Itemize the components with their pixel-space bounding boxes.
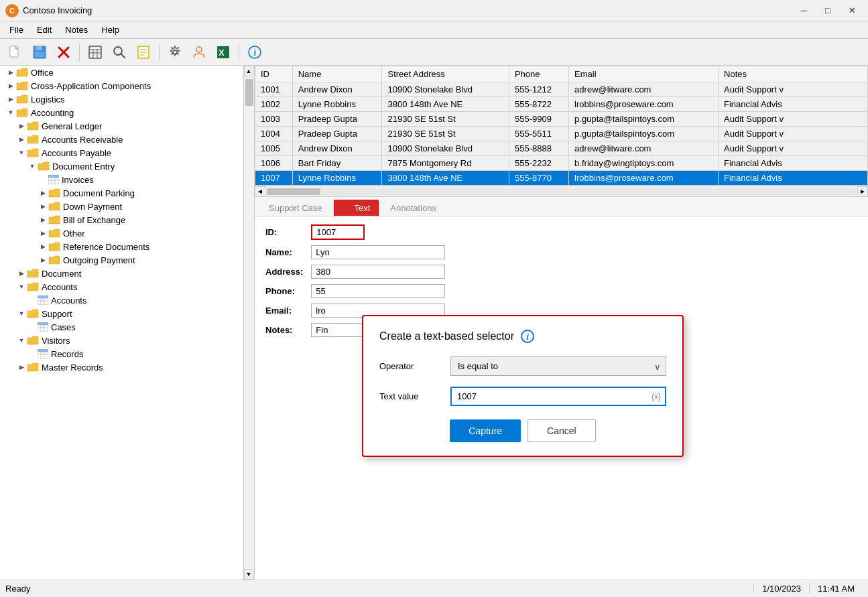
sidebar-label-accounting: Accounting	[31, 108, 74, 118]
h-scrollbar[interactable]: ◄ ►	[255, 186, 868, 197]
title-bar: C Contoso Invoicing ─ □ ✕	[0, 0, 868, 21]
new-button[interactable]	[4, 42, 27, 63]
tree-arrow-accounts-payable[interactable]	[16, 147, 27, 158]
sidebar-item-visitors[interactable]: Visitors	[0, 334, 243, 347]
operator-select[interactable]: Is equal to Is not equal to Contains Sta…	[450, 356, 666, 376]
scroll-up-btn[interactable]: ▲	[244, 66, 253, 76]
sidebar-item-support[interactable]: Support	[0, 307, 243, 320]
h-scroll-right-btn[interactable]: ►	[857, 186, 868, 197]
status-date: 1/10/2023	[753, 584, 809, 594]
tree-arrow-document[interactable]	[16, 268, 27, 279]
notes-button[interactable]	[132, 42, 155, 63]
col-header-phone[interactable]: Phone	[509, 66, 568, 82]
sidebar-item-cross-app[interactable]: Cross-Application Components	[0, 79, 243, 92]
sidebar-item-other[interactable]: Other	[0, 226, 243, 240]
form-input-phone[interactable]	[311, 284, 445, 298]
menu-edit[interactable]: Edit	[30, 23, 58, 37]
tree-arrow-accounts[interactable]	[16, 281, 27, 292]
sidebar-item-reference-documents[interactable]: Reference Documents	[0, 240, 243, 253]
tree-arrow-accounts-receivable[interactable]	[16, 134, 27, 145]
form-label-address: Address:	[265, 267, 303, 277]
table-row[interactable]: 1001Andrew Dixon10900 Stonelake Blvd555-…	[255, 82, 868, 97]
sidebar-item-document-parking[interactable]: Document Parking	[0, 186, 243, 200]
close-button[interactable]: ✕	[841, 4, 863, 17]
menu-notes[interactable]: Notes	[58, 23, 95, 37]
table-button[interactable]	[84, 42, 107, 63]
sidebar-item-office[interactable]: Office	[0, 66, 243, 79]
sidebar-label-logistics: Logistics	[31, 94, 65, 105]
sidebar-item-document-entry[interactable]: Document Entry	[0, 159, 243, 173]
sidebar-item-cases[interactable]: Cases	[0, 320, 243, 334]
settings-button[interactable]	[164, 42, 186, 63]
table-row[interactable]: 1006Bart Friday7875 Montgomery Rd555-223…	[255, 156, 868, 171]
cancel-button[interactable]: Cancel	[528, 419, 596, 442]
menu-help[interactable]: Help	[95, 23, 126, 37]
sidebar-item-records[interactable]: Records	[0, 347, 243, 360]
tree-arrow-down-payment[interactable]	[38, 201, 48, 212]
excel-button[interactable]: X	[212, 42, 235, 63]
form-input-address[interactable]	[311, 265, 445, 279]
table-row[interactable]: 1007Lynne Robbins3800 148th Ave NE555-87…	[255, 171, 868, 186]
col-header-email[interactable]: Email	[569, 66, 719, 82]
menu-file[interactable]: File	[3, 23, 30, 37]
tab-text[interactable]: Text	[334, 200, 379, 216]
scroll-thumb[interactable]	[245, 79, 253, 106]
scroll-down-btn[interactable]: ▼	[244, 569, 253, 580]
sidebar-item-logistics[interactable]: Logistics	[0, 92, 243, 106]
h-scroll-track[interactable]	[267, 188, 856, 195]
sidebar-item-bill-of-exchange[interactable]: Bill of Exchange	[0, 213, 243, 226]
person-button[interactable]	[188, 42, 210, 63]
svg-rect-5	[35, 52, 44, 57]
info-button[interactable]: i	[243, 42, 266, 63]
tree-arrow-general-ledger[interactable]	[16, 121, 27, 131]
sidebar-item-accounts-receivable[interactable]: Accounts Receivable	[0, 133, 243, 146]
capture-button[interactable]: Capture	[450, 419, 521, 442]
col-header-id[interactable]: ID	[255, 66, 293, 82]
sidebar-item-outgoing-payment[interactable]: Outgoing Payment	[0, 253, 243, 267]
tree-arrow-reference-documents[interactable]	[38, 241, 48, 252]
delete-button[interactable]	[52, 42, 75, 63]
sidebar-item-down-payment[interactable]: Down Payment	[0, 200, 243, 213]
table-row[interactable]: 1005Andrew Dixon10900 Stonelake Blvd555-…	[255, 141, 868, 156]
col-header-name[interactable]: Name	[292, 66, 382, 82]
col-header-notes[interactable]: Notes	[719, 66, 868, 82]
search-button[interactable]	[108, 42, 131, 63]
sidebar-item-accounting[interactable]: Accounting	[0, 106, 243, 119]
minimize-button[interactable]: ─	[793, 4, 814, 17]
tree-arrow-master-records[interactable]	[16, 362, 27, 373]
tab-annotations[interactable]: Annotations	[381, 200, 445, 216]
table-row[interactable]: 1003Pradeep Gupta21930 SE 51st St555-990…	[255, 112, 868, 127]
h-scroll-left-btn[interactable]: ◄	[255, 186, 265, 197]
sidebar-item-master-records[interactable]: Master Records	[0, 360, 243, 374]
table-row[interactable]: 1004Pradeep Gupta21930 SE 51st St555-551…	[255, 127, 868, 141]
sidebar-item-accounts[interactable]: Accounts	[0, 280, 243, 293]
tree-arrow-accounting[interactable]	[5, 107, 16, 118]
dialog-info-icon[interactable]: i	[521, 330, 534, 343]
tree-arrow-visitors[interactable]	[16, 335, 27, 346]
tab-support-case[interactable]: Support Case	[260, 200, 331, 216]
tree-arrow-document-parking[interactable]	[38, 188, 48, 198]
sidebar-item-document[interactable]: Document	[0, 267, 243, 280]
sidebar-item-invoices[interactable]: Invoices	[0, 173, 243, 186]
svg-rect-48	[38, 349, 48, 352]
maximize-button[interactable]: □	[817, 4, 839, 17]
save-button[interactable]	[28, 42, 51, 63]
tree-arrow-bill-of-exchange[interactable]	[38, 214, 48, 225]
tree-arrow-other[interactable]	[38, 228, 48, 239]
text-value-input[interactable]	[450, 387, 666, 406]
sidebar-item-accounts-payable[interactable]: Accounts Payable	[0, 146, 243, 159]
form-input-name[interactable]	[311, 245, 445, 259]
tree-arrow-cross-app[interactable]	[5, 80, 16, 91]
tree-arrow-logistics[interactable]	[5, 94, 16, 105]
tree-arrow-support[interactable]	[16, 308, 27, 319]
form-input-id[interactable]	[311, 224, 365, 240]
sidebar-item-general-ledger[interactable]: General Ledger	[0, 119, 243, 133]
col-header-address[interactable]: Street Address	[382, 66, 509, 82]
tree-arrow-office[interactable]	[5, 67, 16, 78]
tree-arrow-document-entry[interactable]	[27, 161, 38, 172]
table-row[interactable]: 1002Lynne Robbins3800 148th Ave NE555-87…	[255, 97, 868, 112]
h-scroll-thumb[interactable]	[267, 188, 320, 195]
sidebar-item-accounts-table[interactable]: Accounts	[0, 293, 243, 307]
tree-arrow-outgoing-payment[interactable]	[38, 255, 48, 265]
sidebar-scrollbar[interactable]: ▲ ▼	[243, 66, 254, 580]
